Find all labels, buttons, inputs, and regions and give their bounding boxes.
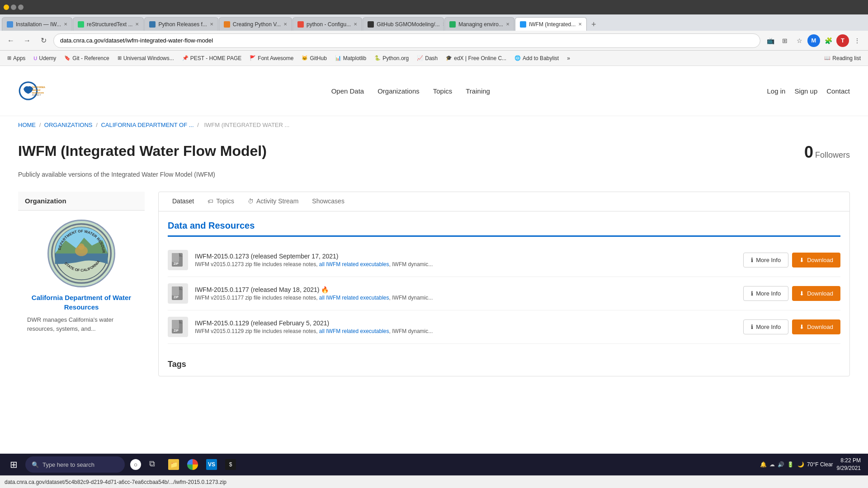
tab-activity[interactable]: ⏱ Activity Stream: [241, 192, 305, 211]
tab-showcases[interactable]: Showcases: [305, 192, 351, 211]
back-button[interactable]: ←: [5, 34, 17, 47]
resource-title-text-1: IWFM-2015.0.1177 (released May 18, 2021): [195, 286, 319, 293]
browser-tab-4[interactable]: python - Configu... ✕: [292, 17, 362, 31]
address-bar: ← → ↻ 📺 ⊞ ☆ M 🧩 T ⋮: [0, 31, 868, 51]
resource-desc-link-0[interactable]: all IWFM related executables: [319, 261, 389, 267]
tab-label-7: IWFM (Integrated...: [529, 21, 576, 28]
resources-title: Data and Resources: [168, 221, 840, 237]
browser-tab-0[interactable]: Installation — IW... ✕: [2, 17, 72, 31]
restore-button[interactable]: [11, 5, 16, 10]
profile-icon[interactable]: M: [807, 34, 820, 47]
org-name[interactable]: California Department of Water Resources: [27, 293, 136, 312]
tab-close-7[interactable]: ✕: [578, 22, 582, 27]
user-icon[interactable]: T: [836, 34, 849, 47]
tab-label-6: Managing enviro...: [458, 21, 503, 28]
bookmark-label-apps: Apps: [13, 55, 25, 61]
browser-tab-1[interactable]: reStructuredText ... ✕: [73, 17, 144, 31]
resource-icon-1: ZIP: [168, 283, 188, 304]
svg-text:ZIP: ZIP: [174, 329, 179, 332]
more-icon[interactable]: ⋮: [851, 34, 863, 47]
address-input[interactable]: [53, 33, 760, 48]
svg-text:ZIP: ZIP: [174, 262, 179, 265]
bookmark-dash[interactable]: 📈 Dash: [413, 54, 441, 63]
tab-dataset[interactable]: Dataset: [165, 192, 201, 211]
nav-topics[interactable]: Topics: [433, 87, 453, 95]
breadcrumb-organizations[interactable]: ORGANIZATIONS: [44, 122, 93, 128]
star-icon[interactable]: ☆: [793, 34, 806, 47]
tab-close-1[interactable]: ✕: [135, 22, 139, 27]
resource-desc-1: IWFM v2015.0.1177 zip file includes rele…: [195, 295, 736, 301]
resource-icon-0: ZIP: [168, 250, 188, 270]
browser-tab-3[interactable]: Creating Python V... ✕: [219, 17, 292, 31]
tab-close-0[interactable]: ✕: [64, 22, 67, 27]
cast-icon[interactable]: 📺: [764, 34, 777, 47]
bookmark-babylist[interactable]: 🌐 Add to Babylist: [511, 54, 562, 63]
resource-info-0: IWFM-2015.0.1273 (released September 17,…: [195, 253, 736, 267]
browser-tab-7[interactable]: IWFM (Integrated... ✕: [515, 17, 587, 31]
download-button-1[interactable]: ⬇ Download: [792, 286, 840, 301]
nav-organizations[interactable]: Organizations: [377, 87, 420, 95]
bookmark-apps[interactable]: ⊞ Apps: [4, 54, 29, 63]
breadcrumb-home[interactable]: HOME: [18, 122, 36, 128]
download-icon-1: ⬇: [799, 290, 804, 297]
more-info-button-0[interactable]: ℹ More Info: [743, 253, 788, 267]
more-info-button-1[interactable]: ℹ More Info: [743, 286, 788, 301]
extensions-icon[interactable]: 🧩: [822, 34, 835, 47]
browser-tab-5[interactable]: GitHub SGMOModeling/... ✕: [363, 17, 444, 31]
hot-icon-1: 🔥: [321, 286, 329, 293]
bookmark-uwp[interactable]: ⊞ Universal Windows...: [114, 54, 178, 63]
breadcrumb-dept[interactable]: CALIFORNIA DEPARTMENT OF ...: [101, 122, 193, 128]
contact-link[interactable]: Contact: [826, 87, 850, 95]
bookmark-more[interactable]: »: [563, 54, 574, 63]
minimize-button[interactable]: [4, 5, 9, 10]
resource-desc-link-2[interactable]: all IWFM related executables: [319, 328, 389, 334]
bookmark-label-fa: Font Awesome: [258, 55, 293, 61]
followers-label: Followers: [815, 150, 850, 160]
nav-training[interactable]: Training: [466, 87, 490, 95]
tab-close-6[interactable]: ✕: [506, 22, 509, 27]
tab-close-4[interactable]: ✕: [354, 22, 357, 27]
more-info-button-2[interactable]: ℹ More Info: [743, 319, 788, 334]
bookmark-pest[interactable]: 📌 PEST - HOME PAGE: [179, 54, 245, 63]
tab-favicon-1: [78, 21, 84, 28]
bookmark-udemy[interactable]: U Udemy: [30, 54, 60, 63]
apps-icon: ⊞: [7, 55, 11, 61]
tab-label-5: GitHub SGMOModeling/...: [377, 21, 439, 28]
bookmark-git[interactable]: 🔖 Git - Reference: [61, 54, 113, 63]
download-icon-0: ⬇: [799, 257, 804, 263]
followers-count: 0: [804, 143, 813, 161]
forward-button[interactable]: →: [21, 34, 33, 47]
download-button-2[interactable]: ⬇ Download: [792, 319, 840, 334]
grid-icon[interactable]: ⊞: [778, 34, 791, 47]
bookmark-matplotlib[interactable]: 📊 Matplotlib: [331, 54, 370, 63]
tab-activity-label: Activity Stream: [256, 197, 298, 205]
page-header: IWFM (Integrated Water Flow Model) 0 Fol…: [18, 143, 850, 162]
tab-topics[interactable]: 🏷 Topics: [201, 192, 241, 211]
bookmark-github[interactable]: 🐱 GitHub: [298, 54, 330, 63]
browser-window: Installation — IW... ✕ reStructuredText …: [0, 0, 868, 385]
tab-close-2[interactable]: ✕: [210, 22, 213, 27]
tab-close-3[interactable]: ✕: [283, 22, 287, 27]
bookmark-fontawesome[interactable]: 🚩 Font Awesome: [246, 54, 297, 63]
tab-showcases-label: Showcases: [312, 197, 344, 205]
site-nav: Open Data Organizations Topics Training: [331, 87, 490, 95]
resource-desc-link-1[interactable]: all IWFM related executables: [319, 295, 389, 301]
signup-link[interactable]: Sign up: [794, 87, 817, 95]
tab-favicon-3: [224, 21, 230, 28]
svg-point-9: [78, 244, 85, 250]
bookmark-label-pest: PEST - HOME PAGE: [190, 55, 242, 61]
new-tab-button[interactable]: +: [587, 18, 600, 31]
close-button[interactable]: [18, 5, 24, 10]
browser-tab-2[interactable]: Python Releases f... ✕: [144, 17, 218, 31]
bookmark-python[interactable]: 🐍 Python.org: [371, 54, 412, 63]
download-button-0[interactable]: ⬇ Download: [792, 253, 840, 267]
site-logo[interactable]: CALIFORNIA natural resources AGENCY: [18, 73, 54, 109]
tab-close-5[interactable]: ✕: [443, 22, 444, 27]
nav-open-data[interactable]: Open Data: [331, 87, 364, 95]
bookmark-reading-list[interactable]: 📖 Reading list: [821, 54, 864, 63]
bookmark-edx[interactable]: 🎓 edX | Free Online C...: [442, 54, 510, 63]
browser-tab-6[interactable]: Managing enviro... ✕: [444, 17, 514, 31]
reload-button[interactable]: ↻: [37, 34, 50, 47]
more-info-label-2: More Info: [756, 324, 781, 330]
login-link[interactable]: Log in: [767, 87, 786, 95]
